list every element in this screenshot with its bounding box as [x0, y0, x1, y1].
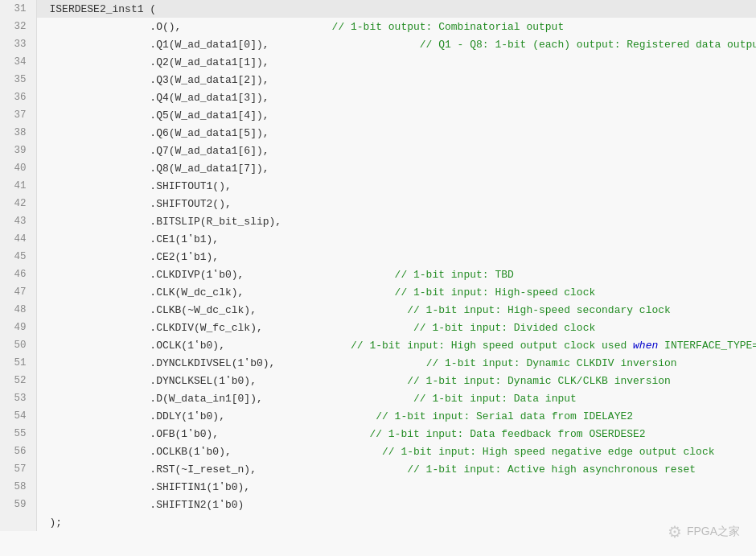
line-number: 42 [0, 195, 36, 212]
comment-text: // 1-bit input: Serial data from IDELAYE… [376, 410, 633, 422]
code-text: .DYNCLKDIVSEL(1ʽb0), [150, 357, 275, 369]
code-text: .Q8(W_ad_data1[7]), [150, 163, 269, 175]
code-line-content: .CLKDIVP(1ʽb0), // 1-bit input: TBD [36, 266, 756, 283]
line-number: 38 [0, 124, 36, 142]
line-number: 44 [0, 230, 36, 248]
code-text: .Q4(W_ad_data1[3]), [150, 92, 269, 104]
code-text: .Q3(W_ad_data1[2]), [150, 74, 269, 86]
comment-text: // 1-bit input: High-speed clock [395, 286, 596, 299]
line-number: 31 [0, 0, 36, 18]
comment-text: // 1-bit input: Dynamic CLKDIV inversion [426, 357, 677, 369]
code-text: .DDLY(1ʽb0), [150, 410, 225, 422]
table-row: 33 .Q1(W_ad_data1[0]), // Q1 - Q8: 1-bit… [0, 35, 756, 53]
code-text: .Q6(W_ad_data1[5]), [150, 127, 269, 139]
table-row: 44 .CE1(1ʽb1), [0, 230, 756, 248]
table-row: 43 .BITSLIP(R_bit_slip), [0, 212, 756, 230]
code-line-content: .DYNCLKSEL(1ʽb0), // 1-bit input: Dynami… [36, 372, 756, 389]
code-line-content: .Q4(W_ad_data1[3]), [36, 89, 756, 106]
line-number: 36 [0, 89, 36, 106]
table-row: 53 .D(W_data_in1[0]), // 1-bit input: Da… [0, 389, 756, 407]
line-number: 32 [0, 18, 36, 35]
line-number: 39 [0, 142, 36, 159]
comment-text2: INTERFACE_TYPE= [658, 340, 756, 352]
code-text: .CLKDIV(W_fc_clk), [150, 322, 262, 334]
line-number: 33 [0, 35, 36, 53]
code-line-content: .OCLKB(1ʽb0), // 1-bit input: High speed… [36, 443, 756, 460]
line-number: 51 [0, 354, 36, 372]
table-row: 42 .SHIFTOUT2(), [0, 195, 756, 212]
code-text: .CE1(1ʽb1), [150, 233, 219, 245]
code-line-content: .O(), // 1-bit output: Combinatorial out… [36, 18, 756, 35]
table-row: 57 .RST(~I_reset_n), // 1-bit input: Act… [0, 460, 756, 478]
line-number: 34 [0, 53, 36, 71]
code-container: 31ISERDESE2_inst1 (32 .O(), // 1-bit out… [0, 0, 756, 556]
code-text: .Q7(W_ad_data1[6]), [150, 145, 269, 157]
table-row: 58 .SHIFTIN1(1ʽb0), [0, 478, 756, 496]
code-text: .Q1(W_ad_data1[0]), [150, 39, 269, 51]
table-row: 39 .Q7(W_ad_data1[6]), [0, 142, 756, 159]
line-number: 37 [0, 106, 36, 124]
comment-text: // Q1 - Q8: 1-bit (each) output: Registe… [420, 39, 756, 51]
code-text: .SHIFTIN1(1ʽb0), [150, 481, 250, 493]
code-text: .SHIFTOUT2(), [150, 198, 231, 210]
code-line-content: .CLK(W_dc_clk), // 1-bit input: High-spe… [36, 283, 756, 301]
code-line-content: .SHIFTIN2(1ʽb0) [36, 496, 756, 513]
comment-text: // 1-bit input: High speed negative edge… [382, 446, 714, 458]
code-line-content: .Q1(W_ad_data1[0]), // Q1 - Q8: 1-bit (e… [36, 35, 756, 53]
code-line-content: .CLKB(~W_dc_clk), // 1-bit input: High-s… [36, 301, 756, 319]
table-row: 36 .Q4(W_ad_data1[3]), [0, 89, 756, 106]
code-line-content: ); [36, 513, 756, 531]
line-number: 58 [0, 478, 36, 496]
comment-text: // 1-bit input: Data feedback from OSERD… [369, 428, 645, 440]
code-line-content: .Q3(W_ad_data1[2]), [36, 71, 756, 89]
line-number: 45 [0, 248, 36, 266]
table-row: ); [0, 513, 756, 531]
code-text: .Q2(W_ad_data1[1]), [150, 56, 269, 68]
table-row: 32 .O(), // 1-bit output: Combinatorial … [0, 18, 756, 35]
code-line-content: .DYNCLKDIVSEL(1ʽb0), // 1-bit input: Dyn… [36, 354, 756, 372]
table-row: 56 .OCLKB(1ʽb0), // 1-bit input: High sp… [0, 443, 756, 460]
code-line-content: .Q2(W_ad_data1[1]), [36, 53, 756, 71]
comment-text: // 1-bit output: Combinatorial output [332, 21, 565, 33]
code-text: .OCLKB(1ʽb0), [150, 446, 231, 458]
code-text: ISERDESE2_inst1 ( [50, 3, 157, 15]
code-line-content: .OFB(1ʽb0), // 1-bit input: Data feedbac… [36, 425, 756, 443]
line-number [0, 513, 36, 531]
table-row: 41 .SHIFTOUT1(), [0, 177, 756, 195]
table-row: 31ISERDESE2_inst1 ( [0, 0, 756, 18]
table-row: 50 .OCLK(1ʽb0), // 1-bit input: High spe… [0, 336, 756, 354]
line-number: 40 [0, 159, 36, 177]
code-text: .DYNCLKSEL(1ʽb0), [150, 375, 257, 387]
line-number: 47 [0, 283, 36, 301]
line-number: 46 [0, 266, 36, 283]
line-number: 54 [0, 407, 36, 425]
code-line-content: .Q7(W_ad_data1[6]), [36, 142, 756, 159]
code-text: .OCLK(1ʽb0), [150, 340, 225, 352]
table-row: 46 .CLKDIVP(1ʽb0), // 1-bit input: TBD [0, 266, 756, 283]
code-text: .SHIFTOUT1(), [150, 180, 231, 192]
code-line-content: .D(W_data_in1[0]), // 1-bit input: Data … [36, 389, 756, 407]
comment-text: // 1-bit input: Divided clock [413, 322, 595, 334]
code-line-content: .SHIFTOUT2(), [36, 195, 756, 212]
line-number: 35 [0, 71, 36, 89]
comment-text: // 1-bit input: TBD [395, 269, 514, 281]
code-text: .CLKDIVP(1ʽb0), [150, 269, 244, 281]
code-line-content: .SHIFTIN1(1ʽb0), [36, 478, 756, 496]
line-number: 55 [0, 425, 36, 443]
table-row: 35 .Q3(W_ad_data1[2]), [0, 71, 756, 89]
code-line-content: .Q5(W_ad_data1[4]), [36, 106, 756, 124]
comment-text: // 1-bit input: Dynamic CLK/CLKB inversi… [407, 375, 671, 387]
table-row: 54 .DDLY(1ʽb0), // 1-bit input: Serial d… [0, 407, 756, 425]
code-text: .CLK(W_dc_clk), [150, 286, 244, 299]
line-number: 53 [0, 389, 36, 407]
comment-text: // 1-bit input: Data input [413, 393, 577, 405]
code-line-content: .Q8(W_ad_data1[7]), [36, 159, 756, 177]
code-text: .D(W_data_in1[0]), [150, 393, 262, 405]
code-text: ); [50, 517, 63, 529]
line-number: 52 [0, 372, 36, 389]
comment-text: // 1-bit input: Active high asynchronous… [407, 463, 696, 476]
table-row: 48 .CLKB(~W_dc_clk), // 1-bit input: Hig… [0, 301, 756, 319]
line-number: 59 [0, 496, 36, 513]
line-number: 57 [0, 460, 36, 478]
code-text: .SHIFTIN2(1ʽb0) [150, 499, 244, 511]
